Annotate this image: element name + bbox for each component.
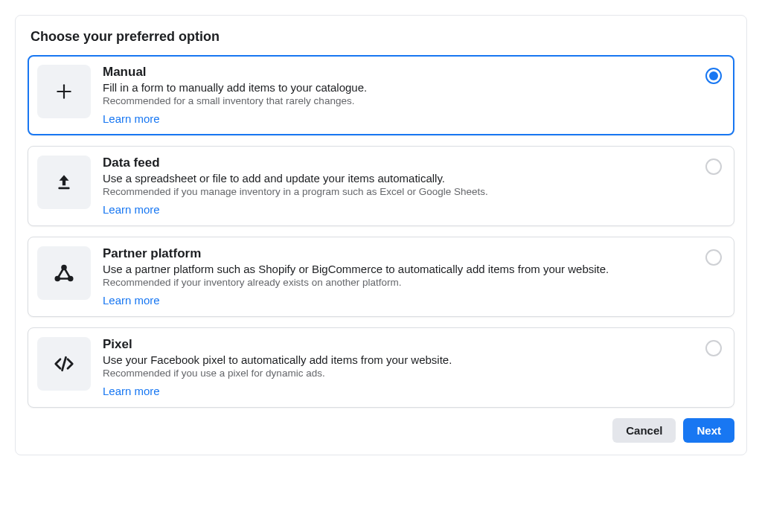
svg-line-6: [63, 357, 66, 371]
code-icon: [37, 337, 91, 391]
radio-manual[interactable]: [705, 68, 722, 84]
option-hint: Recommended if you manage inventory in a…: [103, 186, 699, 197]
radio-pixel[interactable]: [705, 340, 722, 356]
option-desc: Fill in a form to manually add items to …: [103, 81, 699, 94]
option-title: Pixel: [103, 337, 699, 352]
option-desc: Use a partner platform such as Shopify o…: [103, 263, 699, 275]
plus-icon: [37, 65, 91, 118]
learn-more-link[interactable]: Learn more: [103, 203, 160, 216]
next-button[interactable]: Next: [683, 418, 734, 443]
option-content: Data feed Use a spreadsheet or file to a…: [103, 156, 699, 217]
option-title: Data feed: [103, 156, 699, 170]
option-data-feed[interactable]: Data feed Use a spreadsheet or file to a…: [28, 146, 734, 226]
svg-rect-2: [58, 188, 69, 190]
option-hint: Recommended if your inventory already ex…: [103, 277, 699, 288]
radio-partner-platform[interactable]: [705, 249, 722, 266]
option-hint: Recommended if you use a pixel for dynam…: [103, 368, 699, 379]
partner-icon: [37, 246, 91, 300]
heading: Choose your preferred option: [31, 29, 734, 45]
option-content: Manual Fill in a form to manually add it…: [103, 65, 699, 126]
option-desc: Use a spreadsheet or file to add and upd…: [103, 172, 699, 185]
upload-icon: [37, 156, 91, 209]
option-manual[interactable]: Manual Fill in a form to manually add it…: [28, 55, 734, 135]
option-title: Manual: [103, 65, 699, 80]
footer: Cancel Next: [28, 418, 734, 443]
radio-data-feed[interactable]: [705, 158, 722, 175]
option-hint: Recommended for a small inventory that r…: [103, 95, 699, 106]
learn-more-link[interactable]: Learn more: [103, 385, 160, 397]
learn-more-link[interactable]: Learn more: [103, 294, 160, 307]
dialog: Choose your preferred option Manual Fill…: [15, 15, 747, 455]
option-title: Partner platform: [103, 246, 699, 261]
option-content: Pixel Use your Facebook pixel to automat…: [103, 337, 699, 398]
cancel-button[interactable]: Cancel: [612, 418, 676, 443]
learn-more-link[interactable]: Learn more: [103, 112, 160, 125]
option-desc: Use your Facebook pixel to automatically…: [103, 353, 699, 366]
option-content: Partner platform Use a partner platform …: [103, 246, 699, 307]
option-pixel[interactable]: Pixel Use your Facebook pixel to automat…: [28, 327, 734, 408]
option-partner-platform[interactable]: Partner platform Use a partner platform …: [28, 237, 734, 317]
